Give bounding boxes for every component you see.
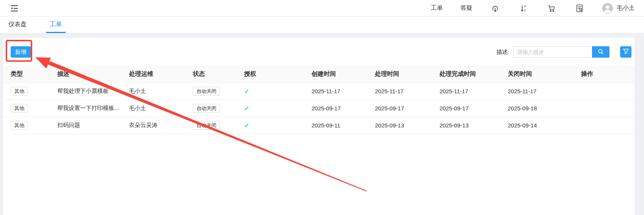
table-header-row: 类型 描述 处理运维 状态 授权 创建时间 处理时间 处理完成时间 关闭时间 操… [3,66,635,83]
tab-dashboard[interactable]: 仪表盘 [5,17,30,33]
cell-authorized: ✓ [241,117,309,134]
cell-status: 自动关闭 [190,83,241,100]
authorized-check-icon: ✓ [244,122,250,129]
cell-processed: 2025-09-13 [372,117,436,134]
col-header-processed: 处理时间 [372,66,436,83]
cart-icon[interactable] [546,3,557,14]
add-button[interactable]: 新增 [11,46,31,58]
cell-completed: 2025-09-17 [436,100,505,117]
cell-type: 其他 [3,83,54,100]
authorized-check-icon: ✓ [244,105,250,112]
col-header-completed: 处理完成时间 [436,66,505,83]
cell-operator: 毛小土 [126,83,190,100]
user-name: 毛小土 [617,4,635,12]
status-tag: 自动关闭 [193,87,220,96]
topnav-qa[interactable]: 答疑 [460,4,472,12]
tab-workorder[interactable]: 工单 [46,17,66,33]
authorized-check-icon: ✓ [244,88,250,95]
search-button[interactable] [592,46,609,58]
avatar [602,3,613,14]
cell-created: 2025-09-17 [309,100,372,117]
cell-closed: 2025-09-14 [505,117,578,134]
cell-closed: 2025-09-18 [505,100,578,117]
filter-button[interactable] [620,46,631,58]
cell-actions [578,83,635,100]
topnav-workorder[interactable]: 工单 [431,4,443,12]
description-search-input[interactable] [513,46,592,58]
cell-created: 2025-09-11 [309,117,372,134]
cell-status: 自动关闭 [190,100,241,117]
cell-closed: 2025-11-17 [505,83,578,100]
cell-processed: 2025-09-17 [372,100,436,117]
status-tag: 自动关闭 [193,121,220,130]
cloud-download-icon[interactable] [490,3,501,14]
toolbar: 新增 描述: [3,38,635,58]
cell-actions [578,117,635,134]
cell-description: 帮我设置一下打印模板... [54,100,126,117]
cell-description: 帮我处理下小票模板 [54,83,126,100]
svg-text:Z: Z [524,9,526,12]
col-header-created: 创建时间 [309,66,372,83]
user-menu[interactable]: 毛小土 [602,3,635,14]
cell-authorized: ✓ [241,83,309,100]
svg-text:A: A [524,5,526,8]
search-icon [597,48,604,56]
cell-authorized: ✓ [241,100,309,117]
collapse-menu-icon[interactable] [9,3,20,14]
col-header-operator: 处理运维 [126,66,190,83]
col-header-closed: 关闭时间 [505,66,578,83]
col-header-type: 类型 [3,66,54,83]
cell-actions [578,100,635,117]
type-tag: 其他 [11,121,28,130]
col-header-actions: 操作 [578,66,635,83]
topbar: 工单 答疑 A Z [0,0,644,17]
table-row[interactable]: 其他帮我处理下小票模板毛小土自动关闭✓2025-11-172025-11-172… [3,83,635,100]
cell-created: 2025-11-17 [309,83,372,100]
cell-operator: 衣朵云吴涛 [126,117,190,134]
cell-completed: 2025-11-17 [436,83,505,100]
filter-icon [623,48,629,56]
cell-completed: 2025-09-13 [436,117,505,134]
sort-az-icon[interactable]: A Z [518,3,529,14]
search-label: 描述: [496,49,509,56]
search-area: 描述: [496,46,631,58]
type-tag: 其他 [11,104,28,113]
cell-operator: 毛小土 [126,100,190,117]
table-body: 其他帮我处理下小票模板毛小土自动关闭✓2025-11-172025-11-172… [3,83,635,134]
table-row[interactable]: 其他扫码问题衣朵云吴涛自动关闭✓2025-09-112025-09-132025… [3,117,635,134]
workorder-table: 类型 描述 处理运维 状态 授权 创建时间 处理时间 处理完成时间 关闭时间 操… [3,66,635,134]
type-tag: 其他 [11,87,28,96]
content-card: 新增 描述: [3,38,635,215]
cell-description: 扫码问题 [54,117,126,134]
cell-status: 自动关闭 [190,117,241,134]
tabbar: 仪表盘 工单 [0,17,644,33]
page-root: 工单 答疑 A Z [0,0,644,215]
table-row[interactable]: 其他帮我设置一下打印模板...毛小土自动关闭✓2025-09-172025-09… [3,100,635,117]
document-search-icon[interactable] [574,3,585,14]
col-header-authorized: 授权 [241,66,309,83]
cell-type: 其他 [3,100,54,117]
cell-processed: 2025-11-17 [372,83,436,100]
status-tag: 自动关闭 [193,104,220,113]
col-header-description: 描述 [54,66,126,83]
cell-type: 其他 [3,117,54,134]
col-header-status: 状态 [190,66,241,83]
